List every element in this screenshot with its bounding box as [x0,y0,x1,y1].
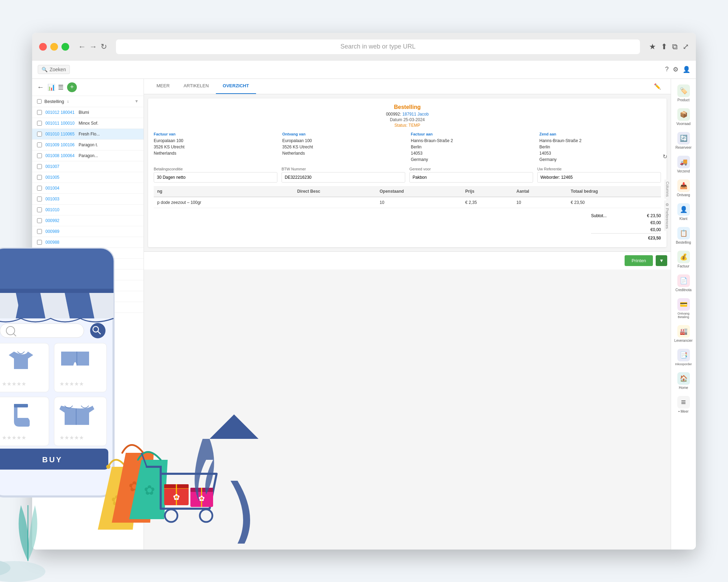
sidebar-item-bestelling[interactable]: 📋 Bestelling [671,224,696,247]
sidebar-item-product[interactable]: 🏷️ Product [671,82,696,105]
sidebar-item[interactable]: 000984 [32,270,144,280]
item-checkbox[interactable] [37,132,42,137]
preferences-panel[interactable]: ⚙ Preferences [664,200,671,231]
item-checkbox[interactable] [37,305,42,310]
sidebar-item-voorraad[interactable]: 📦 Voorraad [671,105,696,128]
minimize-button[interactable] [50,43,58,51]
sidebar-item[interactable]: 000988 [32,237,144,248]
sidebar-item-meer[interactable]: ≡ • Meer [671,393,696,416]
tab-meer[interactable]: MEER [150,79,177,94]
row-description: p dode zeezout – 100gr [154,197,294,208]
sidebar-item[interactable]: 001011 100010 Minox Sof. [32,118,144,129]
expand-icon[interactable]: ⤢ [683,42,689,51]
url-bar[interactable]: Search in web or type URL [116,39,640,54]
filter-checkbox[interactable] [37,99,42,104]
user-icon[interactable]: 👤 [683,66,690,73]
sidebar-item[interactable]: 001010 [32,205,144,215]
sidebar-item[interactable]: 000985 [32,259,144,270]
bookmark-icon[interactable]: ★ [649,42,656,51]
order-customer[interactable]: 187911 Jacob [402,112,429,117]
columns-panel[interactable]: Columns [664,179,671,199]
item-checkbox[interactable] [37,164,42,169]
btw-input[interactable] [282,172,405,183]
item-checkbox[interactable] [37,197,42,201]
forward-icon[interactable]: → [89,42,97,51]
tab-artikelen[interactable]: ARTIKELEN [177,79,216,94]
chart-icon[interactable]: 📊 [48,83,55,91]
sidebar-item-ontvang[interactable]: 📥 Ontvang [671,177,696,200]
sidebar-item-home[interactable]: 🏠 Home [671,369,696,392]
sidebar-item[interactable]: 001010 110065 Fresh Flo... [32,129,144,140]
item-checkbox[interactable] [37,207,42,212]
item-checkbox[interactable] [37,283,42,288]
svg-point-1 [0,561,45,582]
item-checkbox[interactable] [37,294,42,299]
list-icon[interactable]: ☰ [58,83,64,91]
sidebar-item-reserveer[interactable]: 🔄 Reserveer [671,129,696,152]
sidebar-item[interactable]: 001003 [32,194,144,205]
edit-icon[interactable]: ✏️ [650,79,665,94]
uw-ref-input[interactable] [537,172,661,183]
sidebar-item[interactable]: 001007 [32,161,144,172]
sidebar-item-ontvang-betaling[interactable]: 💳 Ontvang Betaling [671,295,696,322]
sidebar-item[interactable]: 000989 [32,226,144,237]
sidebar-item[interactable]: 000975 [32,280,144,291]
item-checkbox[interactable] [37,272,42,277]
sidebar-filter[interactable]: Bestelling ↓ ▼ [32,96,144,107]
svg-marker-8 [0,292,21,318]
item-checkbox[interactable] [37,142,42,147]
filter-dropdown-icon[interactable]: ▼ [134,99,139,104]
voorraad-label: Voorraad [676,122,691,126]
share-icon[interactable]: ⬆ [661,42,667,51]
sidebar-item-klant[interactable]: 👤 Klant [671,200,696,223]
bestelling-label: Bestelling [676,241,691,244]
sidebar-item[interactable]: 000972 [32,302,144,313]
print-button[interactable]: Printen [625,255,653,266]
sidebar-item-inkooporder[interactable]: 📑 Inkooporder [671,346,696,369]
close-button[interactable] [39,43,47,51]
add-button[interactable]: + [67,82,77,92]
sidebar-item-creditnota[interactable]: 📄 Creditnota [671,272,696,295]
sidebar-item[interactable]: 001009 100106 Paragon t. [32,140,144,150]
sidebar-item-factuur[interactable]: 💰 Factuur [671,248,696,271]
table-row[interactable]: p dode zeezout – 100gr 10 € 2,35 10 € 23… [154,197,661,208]
refresh-button[interactable]: ↻ [663,153,667,160]
search-icon: 🔍 [42,67,48,72]
reload-icon[interactable]: ↻ [101,42,107,51]
tabs-icon[interactable]: ⧉ [672,42,678,51]
product-icon: 🏷️ [677,84,690,97]
item-checkbox[interactable] [37,251,42,256]
back-icon[interactable]: ← [78,42,86,51]
fullscreen-button[interactable] [61,43,69,51]
item-checkbox[interactable] [37,229,42,234]
sidebar-item-verzend[interactable]: 🚚 Verzend [671,153,696,176]
reserveer-icon: 🔄 [677,132,690,145]
help-icon[interactable]: ? [665,66,669,73]
tab-overzicht[interactable]: OVERZICHT [216,79,256,94]
sidebar-item[interactable]: 001008 100064 Paragon... [32,150,144,161]
sidebar-item[interactable]: 001005 [32,172,144,183]
item-checkbox[interactable] [37,218,42,223]
inkooporder-icon: 📑 [677,349,690,361]
item-checkbox[interactable] [37,175,42,180]
item-checkbox[interactable] [37,110,42,115]
item-checkbox[interactable] [37,153,42,158]
gereed-input[interactable] [409,172,533,183]
uw-ref-field: Uw Referentie [537,167,661,183]
item-checkbox[interactable] [37,121,42,126]
print-dropdown-button[interactable]: ▼ [656,255,667,266]
item-checkbox[interactable] [37,240,42,245]
item-checkbox[interactable] [37,186,42,191]
settings-icon[interactable]: ⚙ [673,66,678,73]
item-checkbox[interactable] [37,261,42,266]
browser-navigation[interactable]: ← → ↻ [78,42,107,51]
sidebar-item[interactable]: 000992 [32,215,144,226]
sidebar-item[interactable]: 001004 [32,183,144,194]
sidebar-item-leverancier[interactable]: 🏭 Leverancier [671,322,696,345]
sidebar-back-icon[interactable]: ← [37,83,44,91]
sidebar-item[interactable]: 000976 [32,291,144,302]
search-box[interactable]: 🔍 Zoeken [38,65,70,74]
sidebar-item[interactable]: 001012 180041 Blumi [32,107,144,118]
payment-input[interactable] [154,172,277,183]
sidebar-item[interactable]: 000987 [32,248,144,259]
